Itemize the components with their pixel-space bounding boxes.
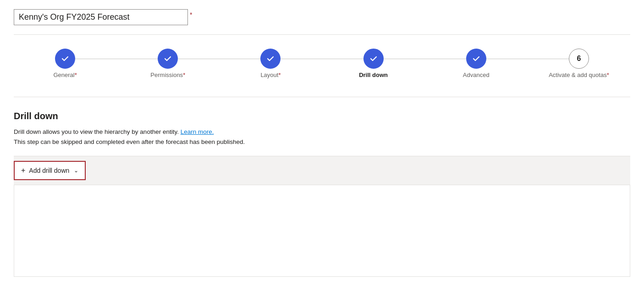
step-activate-number: 6 [577,55,581,63]
step-advanced-label: Advanced [463,72,490,78]
step-advanced[interactable]: Advanced [425,49,528,78]
step-layout-label: Layout* [260,72,281,78]
empty-content-area [14,185,630,277]
content-area: Drill down Drill down allows you to view… [14,106,630,281]
step-general[interactable]: General* [14,49,116,78]
description-text-1: Drill down allows you to view the hierar… [14,128,181,135]
step-activate-label: Activate & add quotas* [549,72,609,78]
drill-down-bar-wrapper: + Add drill down ⌄ [14,156,630,185]
forecast-name-input[interactable] [14,9,188,25]
step-layout-circle [260,49,281,69]
step-layout[interactable]: Layout* [219,49,322,78]
step-activate[interactable]: 6 Activate & add quotas* [528,49,630,78]
section-title: Drill down [14,111,630,121]
step-permissions-label: Permissions* [150,72,185,78]
check-icon-advanced [472,55,480,63]
top-divider [14,34,630,35]
description-text-2: This step can be skipped and completed e… [14,138,245,145]
check-icon-layout [266,55,275,63]
check-icon-general [61,55,69,63]
stepper: General* Permissions* Layout* [14,44,630,83]
plus-icon: + [21,166,25,175]
bottom-divider [14,97,630,97]
chevron-down-icon: ⌄ [74,167,78,174]
check-icon-drill-down [369,55,378,63]
step-drill-down[interactable]: Drill down [322,49,425,78]
learn-more-link[interactable]: Learn more. [181,128,214,135]
add-drill-down-label: Add drill down [29,167,69,174]
step-advanced-circle [466,49,486,69]
step-permissions[interactable]: Permissions* [116,49,219,78]
step-activate-circle: 6 [569,49,589,69]
step-drill-down-label: Drill down [359,72,388,78]
step-permissions-circle [158,49,178,69]
title-required-star: * [190,11,192,18]
description-block: Drill down allows you to view the hierar… [14,127,630,147]
step-general-label: General* [53,72,77,78]
page-container: * General* Permissions* [0,0,644,297]
step-drill-down-circle [363,49,384,69]
step-general-circle [55,49,75,69]
check-icon-permissions [164,55,172,63]
add-drill-down-button[interactable]: + Add drill down ⌄ [14,161,86,180]
title-row: * [14,9,630,25]
